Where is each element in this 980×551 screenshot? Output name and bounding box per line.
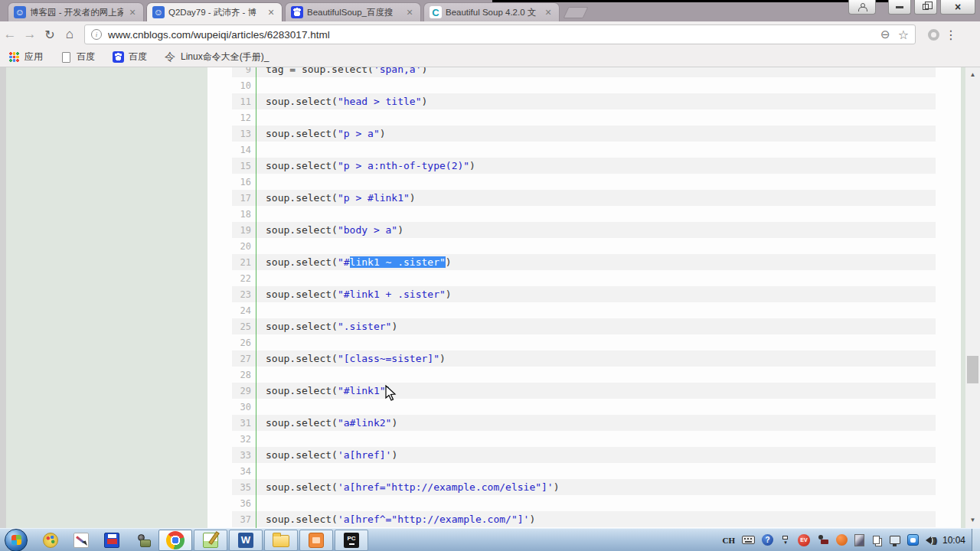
forward-icon[interactable]: → (20, 27, 40, 42)
speaker-tray-icon[interactable]: ))) (926, 533, 936, 547)
line-number: 10 (232, 80, 256, 91)
floppy-save-taskbar-button[interactable] (97, 530, 126, 551)
tab-strip: ☺博客园 - 开发者的网上家×☺Q2Day79 - 武沛齐 - 博×Beauti… (8, 2, 586, 21)
line-number: 20 (232, 241, 256, 252)
line-number: 13 (232, 129, 256, 139)
chrome-taskbar-button[interactable] (158, 530, 192, 551)
word-icon: W (238, 533, 253, 548)
close-icon: × (955, 2, 961, 12)
code-line-11: 11soup.select("head > title") (232, 93, 936, 109)
new-tab-button[interactable] (564, 7, 589, 18)
folder-icon (273, 535, 289, 547)
page-info-icon[interactable]: i (91, 29, 102, 40)
line-number: 21 (232, 257, 256, 268)
code-text: soup.select("p > a") (256, 128, 386, 139)
bookmark-item-4[interactable]: 令Linux命令大全(手册)_ (164, 51, 269, 64)
navigation-toolbar: ← → ↻ ⌂ i www.cnblogs.com/wupeiqi/articl… (0, 21, 980, 47)
messenger-tray-icon[interactable] (907, 533, 919, 547)
line-number: 32 (232, 434, 256, 445)
home-icon[interactable]: ⌂ (60, 27, 80, 42)
record-dot-tray-icon[interactable] (836, 533, 848, 547)
taskbar-clock[interactable]: 10:04 (939, 535, 972, 546)
page-content: 9tag = soup.select('span,a')1011soup.sel… (0, 67, 980, 528)
code-text: soup.select('a[href="http://example.com/… (256, 481, 560, 493)
extension-icon[interactable] (928, 29, 939, 41)
tab-close-icon[interactable]: × (266, 8, 276, 17)
baidu-icon (112, 51, 124, 64)
pycharm-icon: PC (344, 533, 359, 548)
url-input[interactable]: www.cnblogs.com/wupeiqi/articles/6283017… (108, 29, 880, 41)
pages-tray-icon[interactable] (872, 533, 883, 547)
camcorder-tray-tray-icon[interactable] (817, 533, 829, 547)
bookmark-item-2[interactable]: 百度 (60, 51, 95, 64)
cnblogs-favicon-icon: ☺ (152, 6, 165, 18)
word-taskbar-button[interactable]: W (229, 530, 263, 551)
tab-close-icon[interactable]: × (543, 8, 554, 17)
bookmark-item-1[interactable]: 应用 (8, 51, 43, 64)
scrollbar-up-icon[interactable]: ▲ (965, 69, 980, 81)
line-number: 9 (232, 67, 256, 75)
profile-button[interactable] (848, 0, 876, 15)
start-button[interactable] (5, 529, 28, 551)
screen-capture-icon (74, 533, 89, 548)
bookmark-star-icon[interactable]: ☆ (898, 28, 909, 42)
line-number: 37 (232, 514, 256, 525)
back-icon[interactable]: ← (0, 27, 20, 42)
orange-app-icon (309, 533, 324, 548)
line-number: 17 (232, 193, 256, 204)
show-desktop-button[interactable] (972, 529, 980, 551)
help-tray-icon[interactable]: ? (762, 533, 773, 547)
restore-icon (923, 4, 929, 10)
network-tray-icon[interactable] (890, 533, 900, 547)
camcorder-taskbar-button[interactable] (128, 530, 157, 551)
ev-recorder-tray-icon[interactable]: EV (798, 533, 810, 547)
code-text: soup.select("#link1") (256, 385, 391, 396)
line-number: 35 (232, 482, 256, 493)
browser-tab-2[interactable]: ☺Q2Day79 - 武沛齐 - 博× (146, 2, 283, 21)
code-line-29: 29soup.select("#link1") (232, 383, 936, 399)
bookmark-label: Linux命令大全(手册)_ (181, 51, 269, 64)
browser-tab-4[interactable]: CBeautiful Soup 4.2.0 文× (423, 2, 560, 21)
system-tray: CH?▾EV))) (722, 529, 939, 551)
code-line-19: 19soup.select("body > a") (232, 222, 936, 238)
line-number: 25 (232, 321, 256, 332)
browser-menu-icon[interactable]: ⋮ (939, 28, 962, 42)
scrollbar-thumb[interactable] (967, 356, 978, 383)
code-line-34: 34 (232, 463, 936, 479)
taskbar: WPC CH?▾EV))) 10:04 (0, 528, 980, 551)
tab-close-icon[interactable]: × (127, 8, 138, 17)
close-button[interactable]: × (940, 0, 975, 15)
scrollbar-down-icon[interactable]: ▼ (965, 514, 980, 527)
notepad-taskbar-button[interactable] (194, 530, 227, 551)
camcorder-icon (135, 533, 150, 548)
line-number: 22 (232, 273, 256, 284)
reload-icon[interactable]: ↻ (40, 28, 60, 42)
tab-title: BeautifulSoup_百度搜 (307, 7, 400, 18)
minimize-button[interactable] (888, 0, 911, 15)
folder-taskbar-button[interactable] (264, 530, 298, 551)
bookmark-item-3[interactable]: 百度 (112, 51, 147, 64)
address-bar[interactable]: i www.cnblogs.com/wupeiqi/articles/62830… (84, 24, 916, 44)
browser-tab-3[interactable]: BeautifulSoup_百度搜× (285, 2, 421, 21)
zoom-out-icon[interactable]: ⊖ (880, 28, 890, 41)
restore-button[interactable] (914, 0, 937, 15)
tab-title: 博客园 - 开发者的网上家 (30, 7, 123, 18)
pycharm-taskbar-button[interactable]: PC (335, 530, 368, 551)
taskbar-buttons: WPC (35, 530, 369, 551)
code-line-33: 33soup.select('a[href]') (232, 447, 936, 463)
photo-tray-icon[interactable] (854, 533, 865, 547)
orange-app-taskbar-button[interactable] (299, 530, 333, 551)
keyboard-tray-icon[interactable] (742, 533, 755, 547)
screen-capture-taskbar-button[interactable] (67, 530, 96, 551)
code-line-21: 21soup.select("#link1 ~ .sister") (232, 254, 936, 270)
line-number: 12 (232, 112, 256, 123)
window-controls: × (848, 0, 975, 15)
scrollbar[interactable]: ▲ ▼ (965, 67, 980, 528)
color-palette-taskbar-button[interactable] (36, 530, 65, 551)
line-number: 16 (232, 177, 256, 187)
browser-tab-1[interactable]: ☺博客园 - 开发者的网上家× (8, 2, 144, 21)
show-hidden-tray-icon[interactable]: ▾ (780, 533, 791, 547)
lang-indicator-tray-icon[interactable]: CH (722, 533, 735, 547)
tab-close-icon[interactable]: × (404, 8, 415, 17)
line-number: 11 (232, 96, 256, 107)
